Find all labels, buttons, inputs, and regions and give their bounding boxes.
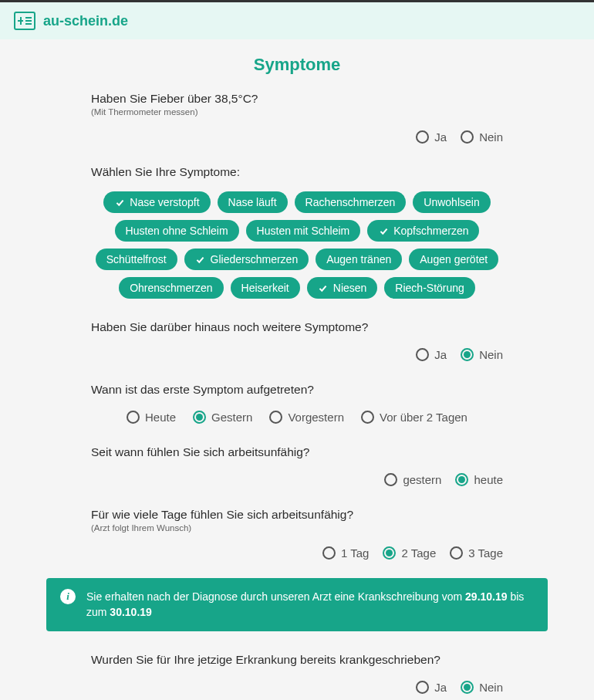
chip-label: Augen gerötet bbox=[420, 253, 488, 265]
check-icon bbox=[318, 282, 329, 293]
radio-option[interactable]: Ja bbox=[416, 130, 447, 144]
symptom-chip[interactable]: Husten mit Schleim bbox=[246, 220, 361, 242]
radio-label: Nein bbox=[479, 348, 503, 361]
page-title: Symptome bbox=[46, 39, 548, 92]
chip-label: Husten ohne Schleim bbox=[126, 225, 228, 237]
radio-option[interactable]: Heute bbox=[127, 411, 176, 424]
chip-label: Rachenschmerzen bbox=[305, 196, 396, 208]
page-content: Symptome Haben Sie Fieber über 38,5°C? (… bbox=[0, 39, 594, 700]
radio-option[interactable]: gestern bbox=[384, 473, 441, 486]
chip-label: Niesen bbox=[333, 282, 367, 294]
symptom-chip[interactable]: Unwohlsein bbox=[413, 191, 490, 213]
radio-option[interactable]: Nein bbox=[461, 348, 503, 361]
radio-option[interactable]: Nein bbox=[461, 130, 503, 144]
chip-label: Augen tränen bbox=[326, 253, 391, 265]
radio-circle-icon bbox=[461, 130, 474, 144]
question-label: Wurden Sie für Ihre jetzige Erkrankung b… bbox=[91, 653, 503, 667]
radio-circle-icon bbox=[193, 411, 206, 424]
question-onset: Wann ist das erste Symptom aufgetreten? … bbox=[91, 383, 503, 424]
info-icon: i bbox=[60, 589, 76, 604]
radio-label: Ja bbox=[434, 348, 447, 361]
radio-label: Heute bbox=[145, 411, 176, 424]
question-more-symptoms: Haben Sie darüber hinaus noch weitere Sy… bbox=[91, 320, 503, 361]
question-label: Für wie viele Tage fühlen Sie sich arbei… bbox=[91, 508, 503, 522]
radio-circle-icon bbox=[450, 546, 463, 560]
radio-circle-icon bbox=[384, 473, 397, 486]
radio-group-onset: HeuteGesternVorgesternVor über 2 Tagen bbox=[91, 411, 503, 424]
app-header: au-schein.de bbox=[0, 2, 594, 39]
radio-option[interactable]: Vorgestern bbox=[269, 411, 344, 424]
symptom-chip[interactable]: Heiserkeit bbox=[231, 277, 300, 299]
question-label: Haben Sie Fieber über 38,5°C? bbox=[91, 92, 503, 106]
chip-label: Riech-Störung bbox=[395, 282, 464, 294]
radio-label: 2 Tage bbox=[401, 546, 436, 560]
check-icon bbox=[114, 197, 125, 208]
chip-label: Nase verstopft bbox=[130, 196, 199, 208]
symptom-chip[interactable]: Gliederschmerzen bbox=[184, 249, 309, 270]
info-text: Sie erhalten nach der Diagnose durch uns… bbox=[86, 589, 534, 621]
radio-option[interactable]: heute bbox=[455, 473, 503, 486]
radio-circle-icon bbox=[127, 411, 140, 424]
question-fever: Haben Sie Fieber über 38,5°C? (Mit Therm… bbox=[91, 92, 503, 144]
radio-circle-icon bbox=[416, 348, 429, 361]
chip-label: Schüttelfrost bbox=[106, 253, 167, 265]
chip-label: Unwohlsein bbox=[424, 196, 479, 208]
symptom-chip[interactable]: Niesen bbox=[307, 277, 378, 299]
check-icon bbox=[378, 225, 389, 236]
radio-circle-icon bbox=[461, 681, 474, 694]
symptom-chip[interactable]: Ohrenschmerzen bbox=[119, 277, 223, 299]
radio-option[interactable]: Ja bbox=[416, 681, 447, 694]
info-date-from: 29.10.19 bbox=[465, 590, 508, 603]
question-label: Seit wann fühlen Sie sich arbeitsunfähig… bbox=[91, 445, 503, 459]
radio-option[interactable]: Nein bbox=[461, 681, 503, 694]
radio-circle-icon bbox=[416, 130, 429, 144]
radio-label: Nein bbox=[479, 130, 503, 144]
symptom-chip[interactable]: Husten ohne Schleim bbox=[115, 220, 239, 242]
question-label: Haben Sie darüber hinaus noch weitere Sy… bbox=[91, 320, 503, 334]
chip-label: Husten mit Schleim bbox=[257, 225, 350, 237]
symptom-chip[interactable]: Schüttelfrost bbox=[96, 249, 177, 270]
info-date-to: 30.10.19 bbox=[110, 606, 152, 618]
symptom-chip[interactable]: Riech-Störung bbox=[384, 277, 475, 299]
radio-option[interactable]: 3 Tage bbox=[450, 546, 503, 560]
chip-label: Kopfschmerzen bbox=[393, 225, 468, 237]
radio-label: Vor über 2 Tagen bbox=[380, 411, 467, 424]
chip-label: Nase läuft bbox=[228, 196, 277, 208]
question-already-sick-note: Wurden Sie für Ihre jetzige Erkrankung b… bbox=[91, 653, 503, 694]
radio-group-more-symptoms: JaNein bbox=[91, 348, 503, 361]
question-label: Wann ist das erste Symptom aufgetreten? bbox=[91, 383, 503, 397]
info-text-pre: Sie erhalten nach der Diagnose durch uns… bbox=[86, 590, 465, 603]
info-banner: i Sie erhalten nach der Diagnose durch u… bbox=[46, 578, 548, 631]
radio-option[interactable]: Ja bbox=[416, 348, 447, 361]
radio-label: gestern bbox=[403, 473, 441, 486]
symptom-chip[interactable]: Kopfschmerzen bbox=[367, 220, 479, 242]
question-sublabel: (Mit Thermometer messen) bbox=[91, 107, 503, 117]
radio-group-since-when: gesternheute bbox=[91, 473, 503, 486]
radio-circle-icon bbox=[461, 348, 474, 361]
radio-group-fever: JaNein bbox=[91, 130, 503, 144]
radio-label: Ja bbox=[434, 130, 447, 144]
radio-circle-icon bbox=[322, 546, 336, 560]
radio-option[interactable]: Gestern bbox=[193, 411, 252, 424]
question-since-when: Seit wann fühlen Sie sich arbeitsunfähig… bbox=[91, 445, 503, 486]
symptom-chip[interactable]: Nase läuft bbox=[218, 191, 288, 213]
radio-label: heute bbox=[474, 473, 503, 486]
radio-option[interactable]: 2 Tage bbox=[383, 546, 436, 560]
radio-circle-icon bbox=[416, 681, 429, 694]
radio-group-already-sick-note: JaNein bbox=[91, 681, 503, 694]
radio-label: 1 Tag bbox=[341, 546, 369, 560]
symptom-chip[interactable]: Nase verstopft bbox=[103, 191, 210, 213]
brand-name: au-schein.de bbox=[43, 13, 128, 29]
symptom-chip[interactable]: Augen gerötet bbox=[409, 249, 498, 270]
radio-circle-icon bbox=[269, 411, 282, 424]
radio-option[interactable]: Vor über 2 Tagen bbox=[361, 411, 467, 424]
symptom-chip[interactable]: Rachenschmerzen bbox=[295, 191, 407, 213]
question-symptoms: Wählen Sie Ihre Symptome: Nase verstopft… bbox=[91, 165, 503, 299]
chip-label: Ohrenschmerzen bbox=[130, 282, 212, 294]
symptom-chip[interactable]: Augen tränen bbox=[316, 249, 402, 270]
radio-option[interactable]: 1 Tag bbox=[322, 546, 369, 560]
radio-label: Nein bbox=[479, 681, 503, 694]
radio-label: Vorgestern bbox=[288, 411, 344, 424]
question-sublabel: (Arzt folgt Ihrem Wunsch) bbox=[91, 523, 503, 533]
radio-circle-icon bbox=[455, 473, 468, 486]
